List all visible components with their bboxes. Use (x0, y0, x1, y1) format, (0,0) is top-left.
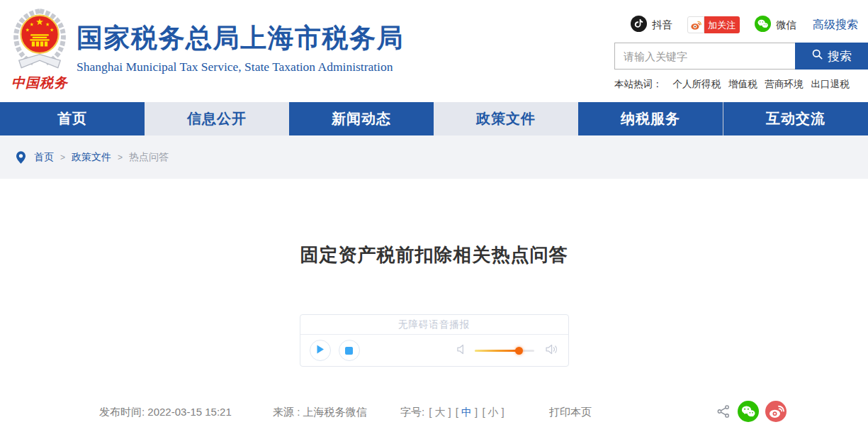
hotwords-row: 本站热词： 个人所得税 增值税 营商环境 出口退税 (614, 78, 868, 91)
publish-time: 发布时间: 2022-03-15 15:21 (99, 406, 232, 419)
fontsize-large-label: 大 (435, 406, 446, 418)
weibo-follow-button[interactable]: 加关注 (687, 16, 740, 33)
fontsize-medium-label: 中 (461, 406, 472, 418)
print-page-link[interactable]: 打印本页 (549, 406, 592, 419)
nav-item-home[interactable]: 首页 (0, 102, 145, 135)
nav-item-interaction[interactable]: 互动交流 (723, 102, 868, 135)
audio-player: 无障碍语音播报 (300, 314, 569, 367)
map-pin-icon (16, 150, 26, 165)
share-button[interactable] (716, 404, 731, 421)
search-button-label: 搜索 (828, 48, 852, 65)
fontsize-large-button[interactable]: [大] (429, 406, 451, 418)
search-button[interactable]: 搜索 (795, 43, 868, 70)
share-weibo-button[interactable] (765, 401, 787, 424)
article-content: 固定资产税前扣除相关热点问答 无障碍语音播报 (0, 243, 868, 427)
nav-item-info-disclosure[interactable]: 信息公开 (145, 102, 289, 135)
site-header: 中国税务 国家税务总局上海市税务局 Shanghai Municipal Tax… (0, 0, 868, 102)
fontsize-medium-button[interactable]: [中] (456, 406, 478, 418)
bracket-close: ] (502, 406, 505, 418)
bracket-open: [ (429, 406, 432, 418)
play-icon (316, 345, 325, 356)
article-meta: 发布时间: 2022-03-15 15:21 来源 : 上海税务微信 字号: [… (81, 402, 787, 423)
publish-time-value: 2022-03-15 15:21 (147, 406, 231, 418)
wechat-circle-icon (738, 401, 759, 424)
tax-emblem-icon (9, 62, 70, 74)
search-input[interactable] (614, 43, 795, 70)
fontsize-small-button[interactable]: [小] (482, 406, 504, 418)
header-right: 抖音 加关注 (614, 16, 868, 91)
hotword-link-business-environment[interactable]: 营商环境 (765, 78, 804, 91)
hotwords-label: 本站热词： (614, 78, 663, 91)
search-bar: 搜索 (614, 43, 868, 70)
site-logo[interactable]: 中国税务 (7, 7, 72, 92)
stop-icon (345, 347, 353, 355)
volume-slider-fill (475, 350, 520, 352)
hotword-link-export-rebate[interactable]: 出口退税 (811, 78, 850, 91)
publish-time-label: 发布时间: (99, 406, 145, 418)
play-button[interactable] (310, 340, 331, 361)
main-nav: 首页 信息公开 新闻动态 政策文件 纳税服务 互动交流 (0, 102, 868, 135)
breadcrumb-current: 热点问答 (129, 151, 169, 164)
bracket-open: [ (456, 406, 458, 418)
article-title: 固定资产税前扣除相关热点问答 (0, 243, 868, 267)
stop-button[interactable] (339, 340, 360, 361)
share-wechat-button[interactable] (738, 401, 759, 424)
breadcrumb: 首页 > 政策文件 > 热点问答 (0, 135, 868, 179)
nav-item-tax-services[interactable]: 纳税服务 (578, 102, 723, 135)
fontsize-switcher: 字号: [大] [中] [小] (400, 406, 505, 419)
breadcrumb-home[interactable]: 首页 (34, 151, 54, 164)
speaker-waves-icon (546, 344, 559, 357)
douyin-label: 抖音 (652, 18, 672, 32)
weibo-eye-icon (687, 16, 704, 33)
breadcrumb-separator: > (118, 152, 123, 162)
page: 中国税务 国家税务总局上海市税务局 Shanghai Municipal Tax… (0, 0, 868, 427)
advanced-search-link[interactable]: 高级搜索 (813, 18, 858, 33)
site-subtitle: Shanghai Municipal Tax Service, State Ta… (77, 60, 404, 74)
breadcrumb-policy-documents[interactable]: 政策文件 (72, 151, 111, 164)
hotword-link-personal-income-tax[interactable]: 个人所得税 (673, 78, 721, 91)
hotword-link-vat[interactable]: 增值税 (728, 78, 757, 91)
article-source: 来源 : 上海税务微信 (273, 406, 367, 419)
share-nodes-icon (716, 404, 731, 421)
wechat-bubbles-icon (755, 16, 771, 34)
bracket-open: [ (482, 406, 485, 418)
bracket-close: ] (449, 406, 451, 418)
site-title: 国家税务总局上海市税务局 (77, 24, 404, 53)
breadcrumb-separator: > (60, 152, 65, 162)
fontsize-small-label: 小 (488, 406, 499, 418)
wechat-label: 微信 (776, 18, 796, 32)
share-group (716, 401, 787, 424)
volume-slider[interactable] (475, 345, 534, 355)
wechat-link[interactable]: 微信 (755, 16, 796, 34)
nav-item-policy-documents[interactable]: 政策文件 (434, 102, 578, 135)
source-value: 上海税务微信 (303, 406, 367, 418)
site-titles: 国家税务总局上海市税务局 Shanghai Municipal Tax Serv… (77, 24, 404, 74)
douyin-link[interactable]: 抖音 (631, 16, 672, 34)
douyin-icon (631, 16, 647, 34)
magnifier-icon (811, 48, 823, 64)
source-label: 来源 : (273, 406, 300, 418)
social-row: 抖音 加关注 (614, 16, 868, 34)
weibo-circle-icon (765, 401, 787, 424)
weibo-follow-label: 加关注 (704, 16, 740, 33)
volume-slider-thumb[interactable] (515, 347, 523, 355)
audio-player-controls (300, 335, 568, 366)
bracket-close: ] (475, 406, 478, 418)
logo-caption: 中国税务 (7, 74, 72, 92)
speaker-icon (457, 344, 466, 357)
audio-player-title: 无障碍语音播报 (300, 315, 568, 335)
fontsize-label: 字号: (400, 406, 424, 418)
nav-item-news[interactable]: 新闻动态 (289, 102, 434, 135)
